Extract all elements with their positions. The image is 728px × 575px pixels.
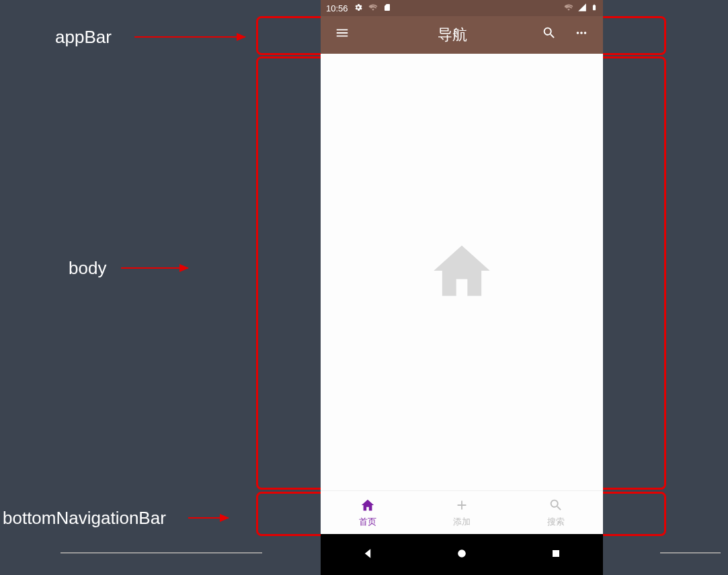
annotation-appbar-label: appBar <box>55 27 112 48</box>
home-placeholder-icon <box>425 237 499 307</box>
sd-icon <box>383 3 391 14</box>
more-horiz-icon <box>574 26 589 44</box>
nav-item-label: 搜索 <box>547 516 565 528</box>
appbar-title: 导航 <box>438 25 467 45</box>
decoration-line-right <box>660 552 721 554</box>
bottom-navigation-bar: 首页 添加 搜索 <box>321 490 603 534</box>
signal-icon <box>577 3 587 14</box>
settings-icon <box>354 3 363 14</box>
status-right <box>564 3 598 14</box>
status-time: 10:56 <box>326 3 348 13</box>
battery-icon <box>591 3 598 14</box>
annotation-bottomnav-label: bottomNavigationBar <box>3 508 166 529</box>
body-area <box>321 54 603 490</box>
nav-item-label: 首页 <box>359 516 376 528</box>
status-bar: 10:56 <box>321 0 603 16</box>
annotation-body-label: body <box>69 258 106 279</box>
recents-button[interactable] <box>549 547 563 563</box>
menu-icon <box>335 26 350 44</box>
red-arrow-appbar <box>134 36 245 38</box>
nav-item-label: 添加 <box>453 516 471 528</box>
search-button[interactable] <box>533 19 565 51</box>
svg-point-0 <box>577 32 579 34</box>
back-button[interactable] <box>361 547 374 563</box>
appbar-actions <box>533 19 598 51</box>
search-icon <box>549 498 563 515</box>
wifi-icon <box>564 3 573 14</box>
decoration-line-left <box>60 552 262 554</box>
plus-icon <box>454 498 469 515</box>
status-left: 10:56 <box>326 3 391 14</box>
overflow-button[interactable] <box>565 19 598 51</box>
phone-frame: 10:56 <box>321 0 603 575</box>
svg-point-3 <box>458 549 466 558</box>
red-arrow-bottom <box>188 517 229 519</box>
search-icon <box>542 26 557 44</box>
svg-point-1 <box>580 32 583 34</box>
home-icon <box>360 498 375 515</box>
nav-item-search[interactable]: 搜索 <box>509 491 603 534</box>
home-button[interactable] <box>455 547 469 563</box>
svg-point-2 <box>584 32 587 34</box>
nav-item-home[interactable]: 首页 <box>321 491 415 534</box>
menu-button[interactable] <box>326 19 358 51</box>
red-arrow-body <box>121 267 188 269</box>
app-bar: 导航 <box>321 16 603 54</box>
svg-rect-4 <box>553 550 559 557</box>
system-navigation-bar <box>321 534 603 575</box>
nav-item-add[interactable]: 添加 <box>415 491 509 534</box>
wifi-dim-icon <box>368 3 378 14</box>
